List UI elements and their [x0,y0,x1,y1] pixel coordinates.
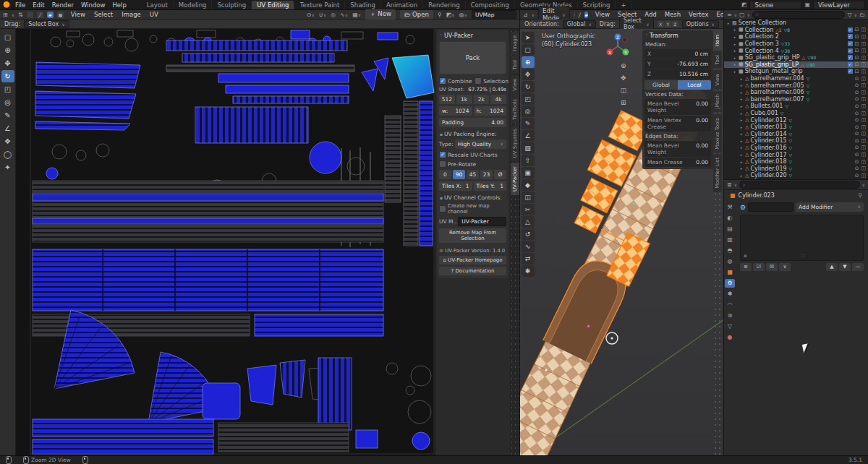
selection-checkbox[interactable] [475,77,482,85]
median-z-field[interactable]: Z10.516 cm [644,69,711,79]
include-checkbox[interactable]: ✓ [848,55,853,60]
properties-tab-particles[interactable]: ✱ [725,290,735,298]
breadcrumb-object-name[interactable]: Cylinder.023 [739,192,775,199]
uv-select-island-button[interactable]: ▦ [57,12,64,18]
tiles-x-field[interactable]: Tiles X:1 [439,181,472,191]
disclosure-icon[interactable]: ▸ [739,173,744,178]
hide-eye-icon[interactable]: ⊙ [855,124,859,130]
n-panel-tab-view[interactable]: View [713,70,722,90]
local-button[interactable]: Local [678,80,711,90]
apply-modifier-button[interactable]: ☑ [753,263,765,271]
tool-shrink-fatten-icon[interactable]: ✱ [522,265,535,277]
outliner-row[interactable]: ▸▦Collection△2▽8✓⊡◫ [724,27,868,34]
hide-eye-icon[interactable]: ⊙ [855,173,859,179]
hide-eye-icon[interactable]: ⊙ [855,103,859,109]
hide-eye-icon[interactable]: ⊙ [855,111,859,116]
filter-caret-icon[interactable]: ∨ [862,182,865,187]
size-2k-button[interactable]: 2k [474,95,490,104]
more-button[interactable]: — [852,263,864,271]
render-visibility-icon[interactable]: ◫ [861,138,866,144]
rotation-23-button[interactable]: 23 [480,170,493,179]
scene-selector[interactable]: Scene [749,1,801,9]
mirror-z-toggle[interactable]: Z [672,21,678,27]
options-dropdown[interactable]: Options∨ [682,20,719,28]
outliner-row[interactable]: ▸▦Collection 2✓⊡◫ [724,33,868,40]
tool-cursor-2d-icon[interactable]: ⊕ [1,44,14,56]
disclosure-icon[interactable]: ▸ [739,104,744,108]
outliner-row[interactable]: ▸▦SG_plastic_grip_LP△▽90✓⊡◫ [724,61,868,69]
image-new-button[interactable]: ＋ New [365,9,396,20]
render-visibility-icon[interactable]: ◫ [861,124,866,130]
outliner-row[interactable]: ▸△barrelhammer.006▽⊙◫ [724,89,868,96]
disclosure-icon[interactable]: ▸ [739,145,744,150]
render-visibility-icon[interactable]: ◫ [861,159,866,165]
snap-icon[interactable]: ∪∨ [319,12,326,18]
properties-tab-physics[interactable]: ◠ [725,301,735,309]
tool-select-box-icon[interactable]: ▢ [522,44,535,56]
dropdown-button[interactable]: ∨ [779,263,791,271]
render-visibility-icon[interactable]: ◫ [861,131,866,137]
render-visibility-icon[interactable]: ◫ [861,76,866,82]
viewport-body[interactable]: ➤▢⊕✥↻◰◎✎∠▧⇧▣◆◫✂△↺∿⇄✱ User Orthographic (… [520,29,723,455]
menu-edit[interactable]: Edit [29,1,48,9]
outliner-row[interactable]: ▸△Cylinder.017▽⊙◫ [724,151,868,158]
view-layer-selector[interactable]: ViewLayer [813,1,865,9]
n-panel-tab-jmesh[interactable]: jMesh [713,90,722,112]
vertex-data-field-0[interactable]: Mean Bevel Weight0.00 [644,99,711,115]
disclosure-icon[interactable]: ▸ [739,83,744,87]
properties-tab-tool[interactable]: ⚒ [725,203,735,212]
tool-poly-build-icon[interactable]: △ [522,216,535,228]
workspace-tab-compositing[interactable]: Compositing [466,1,515,9]
hide-eye-icon[interactable]: ⊙ [855,138,859,144]
render-visibility-icon[interactable]: ◫ [861,152,866,158]
tool-move-icon[interactable]: ✥ [1,57,14,69]
modifier-extras-button[interactable]: ≡ [740,263,752,271]
disclosure-icon[interactable]: ▸ [733,69,737,74]
include-checkbox[interactable]: ✓ [848,69,853,74]
render-visibility-icon[interactable]: ◫ [861,55,866,61]
render-visibility-icon[interactable]: ◫ [861,117,866,123]
editor-type-icon[interactable]: ⊿ [523,12,528,18]
tool-measure-icon[interactable]: ∠ [1,122,14,134]
hide-eye-icon[interactable]: ⊙ [855,159,859,165]
disclosure-icon[interactable]: ▸ [739,152,744,157]
n-panel-tab-maxivz-tools[interactable]: Maxivz Tools [713,114,722,153]
disclosure-icon[interactable]: ▸ [733,56,737,60]
outliner-row[interactable]: ▸△Bullets.001▽⊙◫ [724,103,868,110]
viewport-visibility-icon[interactable]: ⊡ [855,69,859,74]
outliner-row[interactable]: ▸▦Collection 4▽38✓⊡◫ [724,47,868,54]
uv-side-tab-uv-squares[interactable]: UV Squares [511,125,519,161]
tool-spin-icon[interactable]: ↺ [522,228,535,240]
viewport-visibility-icon[interactable]: ⊡ [855,55,859,61]
blender-logo-icon[interactable]: 🟠 [3,1,10,8]
height-field[interactable]: h:1024 [474,106,507,116]
render-visibility-icon[interactable]: ◫ [861,103,866,109]
tool-smooth-icon[interactable]: ∿ [522,241,535,252]
editor-type-icon[interactable]: ⊞ [3,12,8,18]
outliner-row[interactable]: ▸△barrelhammer.005▽⊙◫ [724,82,868,89]
viewport-visibility-icon[interactable]: ⊡ [855,61,859,67]
viewport-visibility-icon[interactable]: ⊡ [855,48,859,53]
workspace-tab-texture-paint[interactable]: Texture Paint [294,1,345,9]
tool-transform-icon[interactable]: ◎ [522,106,535,117]
pan-icon[interactable]: ✥ [620,74,626,82]
render-visibility-icon[interactable]: ◫ [861,34,866,40]
size-4k-button[interactable]: 4k [490,95,506,104]
tool-tweak-icon[interactable]: ➤ [522,32,535,43]
hide-eye-icon[interactable]: ⊙ [855,131,859,137]
global-button[interactable]: Global [644,80,678,90]
width-field[interactable]: w:1024 [439,106,472,116]
hide-eye-icon[interactable]: ⊙ [855,76,859,82]
outliner-row[interactable]: ▸△Cylinder.014▽⊙◫ [724,131,868,138]
edge-data-field-0[interactable]: Mean Bevel Weight0.00 [644,141,711,157]
workspace-tab-layout[interactable]: Layout [142,1,174,9]
outliner-row[interactable]: ▸△barrelhammer.007▽⊙◫ [724,96,868,103]
pin-icon[interactable]: ⚲ [438,12,442,18]
workspace-tab-animation[interactable]: Animation [381,1,423,9]
collapse-caret-icon[interactable]: ˅ [440,33,442,38]
vertex-data-field-1[interactable]: Mean Vertex Crease0.00 [644,116,711,132]
workspace-tab-rendering[interactable]: Rendering [423,1,465,9]
uv-menu-view[interactable]: View [67,11,89,18]
median-y-field[interactable]: Y-76.693 cm [644,59,711,69]
render-visibility-icon[interactable]: ◫ [861,96,866,102]
